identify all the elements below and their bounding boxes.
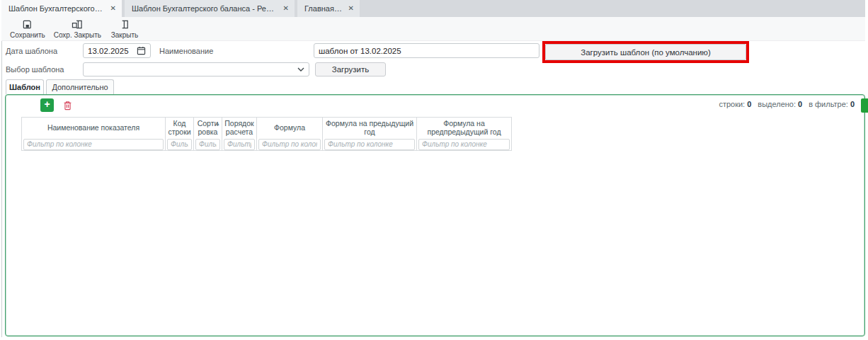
filter-input-row-code[interactable] [167,139,192,150]
column-formula-prev-prev-year[interactable]: Формула на предпредыдущий год [417,118,511,150]
filter-input-formula-prev-year[interactable] [324,139,415,150]
column-calc-order[interactable]: Порядок расчета [222,118,257,150]
name-label: Наименование [159,47,213,55]
tab-additional-label: Дополнительно [52,83,108,91]
template-date-input[interactable]: 13.02.2025 [83,43,151,58]
column-header: Формула [274,123,305,132]
close-icon[interactable]: ✕ [110,5,116,12]
template-select-label: Выбор шаблона [6,65,64,74]
window-tab-bar: Шаблон Бухгалтерского баланса ✕ Шаблон Б… [1,0,865,17]
grid-stats: строки: 0 выделено: 0 в фильтре: 0 [708,100,855,108]
tab-label: Главная форма [304,4,343,13]
floppy-icon [22,18,33,30]
filter-input-formula[interactable] [258,139,321,150]
tab-template[interactable]: Шаблон [6,79,44,94]
column-sorting[interactable]: Сортировка ▲ [194,118,222,150]
load-button-label: Загрузить [332,65,370,74]
selected-stat-label: выделено: [758,100,796,108]
load-default-template-button-label: Загрузить шаблон (по умолчанию) [581,48,711,57]
save-close-button[interactable]: Сохр. Закрыть [50,17,105,40]
column-header: Формула на предыдущий год [324,119,415,136]
template-date-label: Дата шаблона [6,47,57,55]
template-select[interactable] [83,62,309,76]
filtered-stat: в фильтре: 0 [809,100,855,108]
column-indicator-name[interactable]: Наименование показателя [22,118,166,150]
column-header: Наименование показателя [47,123,139,132]
tab-label: Шаблон Бухгалтерского баланса - Реестр з… [132,4,278,13]
calendar-icon[interactable] [137,46,146,55]
column-formula[interactable]: Формула [257,118,323,150]
filtered-stat-label: в фильтре: [809,100,848,108]
highlight-annotation: Загрузить шаблон (по умолчанию) [542,41,749,63]
window-border [1,0,2,337]
add-row-button[interactable]: + [40,98,54,112]
selected-stat: выделено: 0 [758,100,802,108]
door-icon [120,18,130,30]
template-table: Наименование показателя Код строки Сорти… [21,117,512,151]
name-value: шаблон от 13.02.2025 [319,47,401,55]
save-close-icon [72,18,84,30]
selected-stat-value: 0 [798,100,802,108]
close-icon[interactable]: ✕ [283,5,289,12]
filter-input-calc-order[interactable] [224,139,255,150]
column-header: Формула на предпредыдущий год [418,119,510,136]
rows-stat-label: строки: [719,100,745,108]
filter-input-indicator-name[interactable] [23,139,164,150]
chevron-down-icon [297,67,304,72]
template-date-value: 13.02.2025 [88,47,129,55]
save-button[interactable]: Сохранить [6,17,50,40]
rows-stat: строки: 0 [719,100,751,108]
app-window: Шаблон Бухгалтерского баланса ✕ Шаблон Б… [0,0,868,340]
save-button-label: Сохранить [10,31,45,39]
rows-stat-value: 0 [747,100,751,108]
column-formula-prev-year[interactable]: Формула на предыдущий год [323,118,417,150]
close-icon[interactable]: ✕ [348,5,354,12]
tab-label: Шаблон Бухгалтерского баланса [8,4,105,13]
close-button[interactable]: Закрыть [105,17,144,40]
sort-asc-icon[interactable]: ▲ [215,120,220,128]
name-input[interactable]: шаблон от 13.02.2025 [314,43,539,58]
tab-template-label: Шаблон [9,83,40,91]
save-close-button-label: Сохр. Закрыть [54,31,101,39]
export-button[interactable] [861,98,868,113]
column-header: Порядок расчета [224,119,255,136]
close-button-label: Закрыть [111,31,139,39]
column-header: Код строки [167,119,192,136]
column-row-code[interactable]: Код строки [166,118,194,150]
filter-input-formula-prev-prev-year[interactable] [418,139,510,150]
delete-row-button[interactable] [61,98,74,112]
filter-input-sorting[interactable] [195,139,220,150]
tab-main-form[interactable]: Главная форма ✕ [297,0,360,17]
load-button[interactable]: Загрузить [315,62,386,76]
plus-icon: + [44,98,50,110]
load-default-template-button[interactable]: Загрузить шаблон (по умолчанию) [545,44,746,60]
main-toolbar: Сохранить Сохр. Закрыть Закрыть [1,17,865,41]
tab-additional[interactable]: Дополнительно [46,79,114,94]
trash-icon [62,100,73,111]
tab-balance-template-registry[interactable]: Шаблон Бухгалтерского баланса - Реестр з… [125,0,295,17]
tab-balance-template[interactable]: Шаблон Бухгалтерского баланса ✕ [1,0,122,17]
filtered-stat-value: 0 [850,100,855,108]
